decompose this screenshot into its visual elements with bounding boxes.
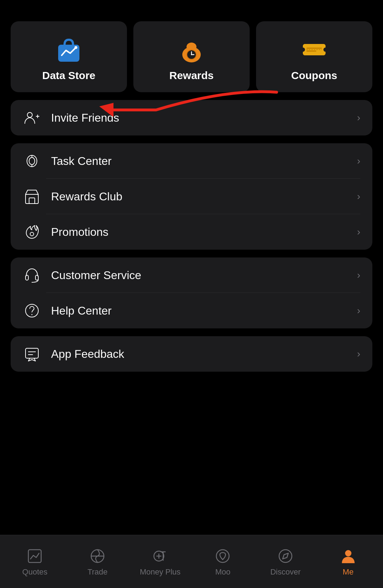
app-feedback-label: App Feedback xyxy=(51,348,357,361)
rewards-label: Rewards xyxy=(169,70,213,82)
promotions-item[interactable]: Promotions › xyxy=(11,214,372,250)
help-center-label: Help Center xyxy=(51,304,357,317)
svg-point-8 xyxy=(191,54,192,55)
nav-money-plus[interactable]: Money Plus xyxy=(132,547,189,577)
top-tiles: Data Store Rewards xyxy=(11,21,372,92)
rewards-club-chevron: › xyxy=(357,191,360,202)
discover-nav-label: Discover xyxy=(270,567,301,577)
money-plus-nav-label: Money Plus xyxy=(140,567,181,577)
data-store-tile[interactable]: Data Store xyxy=(11,21,127,92)
nav-me[interactable]: Me xyxy=(320,547,377,577)
question-icon xyxy=(23,301,41,320)
task-center-item[interactable]: Task Center › xyxy=(11,143,372,179)
svg-rect-11 xyxy=(306,48,322,49)
rewards-club-label: Rewards Club xyxy=(51,190,357,203)
invite-friends-chevron: › xyxy=(357,112,360,123)
money-plus-nav-icon xyxy=(151,547,170,565)
main-content: Data Store Rewards xyxy=(0,0,383,372)
rewards-icon xyxy=(177,35,206,64)
svg-point-27 xyxy=(30,232,34,236)
invite-friends-label: Invite Friends xyxy=(51,111,357,124)
invite-friends-group: Invite Friends › xyxy=(11,100,372,135)
nav-trade[interactable]: Trade xyxy=(69,547,126,577)
svg-point-21 xyxy=(29,157,35,165)
promotions-chevron: › xyxy=(357,226,360,238)
svg-rect-24 xyxy=(26,194,38,204)
support-group: Customer Service › Help Center › xyxy=(11,257,372,328)
nav-moo[interactable]: Moo xyxy=(194,547,251,577)
task-icon xyxy=(23,152,41,170)
svg-point-46 xyxy=(345,550,351,556)
data-store-label: Data Store xyxy=(42,70,95,82)
customer-service-item[interactable]: Customer Service › xyxy=(11,257,372,293)
bottom-nav: Quotes Trade Money Plus xyxy=(0,535,383,588)
feedback-group: App Feedback › xyxy=(11,336,372,372)
nav-quotes[interactable]: Quotes xyxy=(6,547,63,577)
customer-service-label: Customer Service xyxy=(51,269,357,282)
task-center-label: Task Center xyxy=(51,155,357,168)
svg-point-44 xyxy=(279,550,292,562)
app-feedback-item[interactable]: App Feedback › xyxy=(11,336,372,372)
svg-point-17 xyxy=(27,112,32,117)
promotions-label: Promotions xyxy=(51,226,357,239)
discover-nav-icon xyxy=(276,547,295,565)
person-icon xyxy=(23,109,41,127)
moo-nav-label: Moo xyxy=(215,567,231,577)
feedback-icon xyxy=(23,345,41,363)
help-center-chevron: › xyxy=(357,305,360,316)
invite-friends-item[interactable]: Invite Friends › xyxy=(11,100,372,135)
svg-rect-32 xyxy=(26,348,38,358)
coupons-icon xyxy=(300,35,328,64)
svg-rect-12 xyxy=(306,50,316,52)
trade-nav-icon xyxy=(88,547,107,565)
quotes-nav-label: Quotes xyxy=(22,567,48,577)
store-icon xyxy=(23,187,41,206)
trade-nav-label: Trade xyxy=(88,567,108,577)
data-store-icon xyxy=(55,35,83,64)
me-nav-icon xyxy=(339,547,357,565)
svg-point-43 xyxy=(216,550,229,562)
task-center-chevron: › xyxy=(357,155,360,167)
coupons-label: Coupons xyxy=(291,70,337,82)
coupons-tile[interactable]: Coupons xyxy=(256,21,372,92)
rewards-group: Task Center › Rewards Club › xyxy=(11,143,372,250)
headset-icon xyxy=(23,266,41,284)
svg-rect-29 xyxy=(35,275,38,280)
customer-service-chevron: › xyxy=(357,270,360,281)
moo-nav-icon xyxy=(213,547,232,565)
nav-discover[interactable]: Discover xyxy=(257,547,314,577)
rewards-club-item[interactable]: Rewards Club › xyxy=(11,179,372,214)
svg-rect-25 xyxy=(29,198,35,204)
me-nav-label: Me xyxy=(343,567,354,577)
help-center-item[interactable]: Help Center › xyxy=(11,293,372,328)
svg-marker-45 xyxy=(283,553,288,559)
svg-point-1 xyxy=(74,46,77,49)
fire-icon xyxy=(23,223,41,241)
svg-point-31 xyxy=(32,314,33,315)
quotes-nav-icon xyxy=(26,547,44,565)
svg-rect-28 xyxy=(26,275,28,280)
rewards-tile[interactable]: Rewards xyxy=(133,21,250,92)
app-feedback-chevron: › xyxy=(357,348,360,360)
